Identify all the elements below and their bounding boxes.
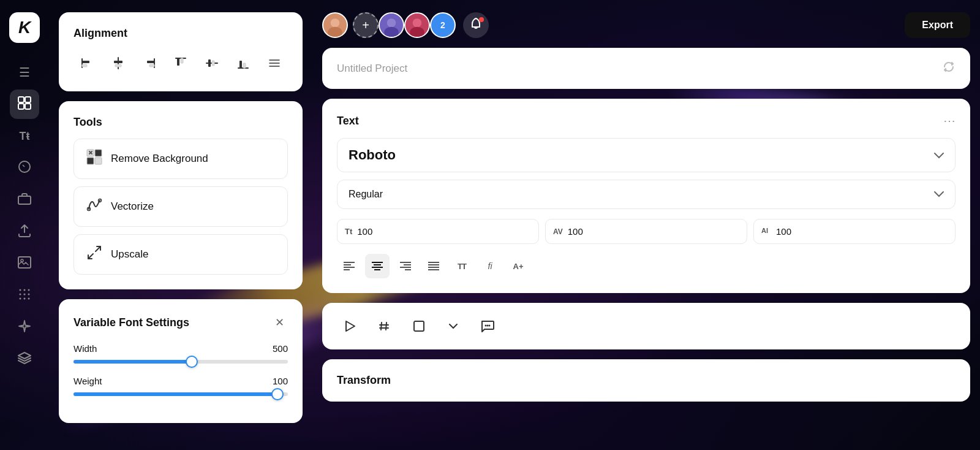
- align-middle-button[interactable]: [199, 50, 225, 77]
- align-right-button[interactable]: [136, 50, 162, 77]
- vfs-title: Variable Font Settings: [74, 316, 189, 329]
- svg-text:AI: AI: [761, 227, 768, 234]
- remove-background-button[interactable]: Remove Background: [74, 139, 288, 179]
- line-height-icon: AI: [761, 226, 771, 237]
- text-align-row: TT fi A+: [337, 254, 956, 278]
- vfs-close-button[interactable]: ✕: [271, 314, 288, 331]
- svg-line-72: [381, 322, 382, 330]
- hashtag-button[interactable]: [371, 313, 398, 340]
- font-family-value: Roboto: [349, 147, 396, 163]
- menu-icon: ☰: [19, 65, 30, 80]
- bottom-toolbar: [322, 303, 970, 349]
- add-collaborator-button[interactable]: +: [353, 12, 379, 38]
- sidebar-item-image[interactable]: [10, 249, 39, 278]
- text-align-justify-button[interactable]: [421, 254, 446, 278]
- svg-point-47: [331, 18, 339, 27]
- uppercase-icon: TT: [458, 262, 466, 271]
- distribute-button[interactable]: [262, 50, 288, 77]
- font-size-box[interactable]: Tt 100: [337, 219, 539, 244]
- letter-spacing-value: 100: [568, 226, 583, 237]
- letter-spacing-box[interactable]: AV 100: [545, 219, 747, 244]
- left-panel: Alignment: [49, 0, 312, 450]
- remove-bg-icon: [86, 149, 102, 169]
- upscale-icon: [86, 245, 102, 264]
- weight-slider-track[interactable]: [74, 392, 288, 396]
- square-button[interactable]: [405, 313, 432, 340]
- svg-point-12: [24, 293, 26, 295]
- grid-icon: [18, 288, 31, 303]
- font-style-value: Regular: [349, 189, 383, 200]
- vectorize-button[interactable]: Vectorize: [74, 186, 288, 227]
- sync-icon: [942, 60, 956, 77]
- sidebar-item-upload[interactable]: [10, 217, 39, 246]
- tools-card: Tools Remove Background: [59, 101, 303, 289]
- avatar-2: [379, 12, 404, 38]
- svg-rect-39: [95, 150, 102, 156]
- align-left-button[interactable]: [74, 50, 100, 77]
- weight-slider-thumb[interactable]: [271, 388, 284, 400]
- svg-rect-25: [149, 64, 154, 67]
- svg-rect-21: [114, 61, 123, 63]
- export-button[interactable]: Export: [905, 12, 970, 38]
- sidebar-item-layers[interactable]: [10, 345, 39, 374]
- sidebar-item-layout[interactable]: [10, 90, 39, 119]
- app-logo[interactable]: K: [9, 12, 40, 43]
- align-top-button[interactable]: [167, 50, 194, 77]
- text-align-center-button[interactable]: [365, 254, 390, 278]
- svg-line-73: [386, 322, 386, 330]
- width-slider-thumb[interactable]: [186, 356, 198, 368]
- svg-point-51: [384, 27, 399, 38]
- play-button[interactable]: [337, 313, 364, 340]
- svg-point-15: [24, 297, 26, 299]
- text-panel-menu-button[interactable]: ⋯: [943, 113, 956, 128]
- svg-rect-18: [82, 61, 89, 63]
- sidebar-item-sparkle[interactable]: [10, 313, 39, 342]
- upscale-button[interactable]: Upscale: [74, 234, 288, 275]
- project-name[interactable]: Untitled Project: [337, 63, 407, 75]
- text-expand-button[interactable]: A+: [506, 254, 530, 278]
- font-family-select[interactable]: Roboto: [337, 138, 956, 172]
- svg-rect-28: [181, 58, 183, 63]
- text-ligature-button[interactable]: fi: [478, 254, 502, 278]
- sidebar-item-shape[interactable]: [10, 153, 39, 183]
- sidebar-item-grid[interactable]: [10, 281, 39, 310]
- svg-point-48: [328, 27, 342, 38]
- text-align-right-button[interactable]: [393, 254, 418, 278]
- align-center-h-button[interactable]: [105, 50, 131, 77]
- svg-point-50: [387, 18, 396, 27]
- text-uppercase-button[interactable]: TT: [450, 254, 474, 278]
- font-style-select[interactable]: Regular: [337, 180, 956, 209]
- svg-point-78: [487, 325, 489, 327]
- chat-button[interactable]: [474, 313, 501, 340]
- letter-spacing-icon: AV: [553, 227, 563, 236]
- svg-rect-3: [25, 104, 31, 109]
- notification-badge: [479, 17, 484, 22]
- project-card: Untitled Project: [322, 48, 970, 89]
- svg-rect-0: [18, 97, 24, 102]
- ligature-icon: fi: [488, 261, 492, 271]
- dropdown-chevron-button[interactable]: [440, 313, 467, 340]
- sidebar-item-briefcase[interactable]: [10, 185, 39, 215]
- sidebar-item-text[interactable]: Tŧ: [10, 121, 39, 151]
- svg-rect-1: [25, 97, 31, 102]
- text-expand-icon: A+: [513, 262, 524, 271]
- notification-button[interactable]: [463, 12, 489, 38]
- align-bottom-button[interactable]: [230, 50, 257, 77]
- width-label: Width: [74, 343, 97, 354]
- svg-point-14: [20, 297, 21, 299]
- svg-rect-22: [115, 64, 121, 67]
- tools-title: Tools: [74, 116, 288, 129]
- svg-point-16: [28, 297, 30, 299]
- svg-rect-40: [87, 158, 94, 164]
- avatar-1: [322, 12, 348, 38]
- font-style-chevron: [934, 189, 944, 200]
- font-size-icon: Tt: [345, 227, 352, 236]
- sidebar: K ☰ Tŧ: [0, 0, 49, 450]
- width-slider-track[interactable]: [74, 360, 288, 364]
- sidebar-item-menu[interactable]: ☰: [10, 58, 39, 87]
- svg-rect-34: [243, 63, 246, 68]
- width-slider-row: Width 500: [74, 343, 288, 364]
- text-align-left-button[interactable]: [337, 254, 361, 278]
- svg-rect-5: [18, 196, 31, 204]
- line-height-box[interactable]: AI 100: [753, 219, 956, 244]
